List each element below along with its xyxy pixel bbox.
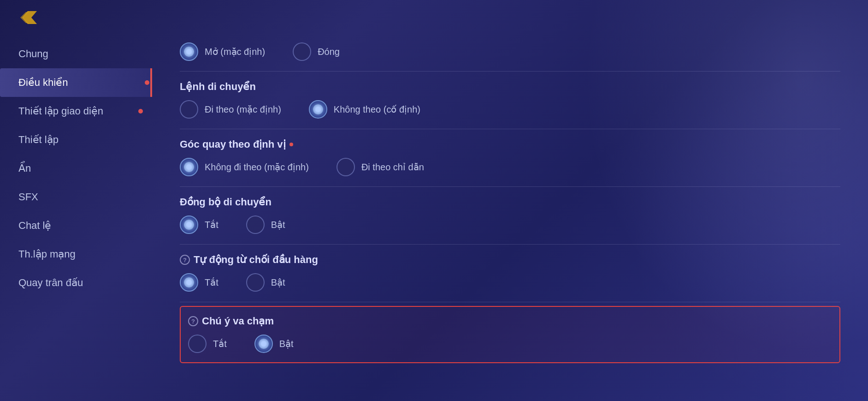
section-title-text: Tự động từ chối đầu hàng [194,254,318,266]
radio-btn[interactable] [254,335,273,353]
setting-section-mo-dong: Mở (mặc định)Đóng [180,40,840,67]
logo-icon [18,8,41,27]
radio-group-chu-y-va-cham: TắtBật [188,332,832,359]
radio-option-tu-dong-tu-choi-1[interactable]: Bật [246,273,285,292]
sidebar-item-an[interactable]: Ẩn [0,154,152,183]
radio-label: Đóng [318,47,340,57]
help-icon[interactable]: ? [180,255,190,265]
radio-option-chu-y-va-cham-1[interactable]: Bật [254,335,294,353]
setting-section-chu-y-va-cham: ?Chú ý va chạmTắtBật [180,306,840,363]
radio-label: Bật [279,338,294,349]
radio-label: Mở (mặc định) [205,46,265,57]
section-title-text: Chú ý va chạm [202,315,274,327]
radio-option-chu-y-va-cham-0[interactable]: Tắt [188,335,227,353]
radio-option-tu-dong-tu-choi-0[interactable]: Tắt [180,273,218,292]
radio-option-mo-dong-0[interactable]: Mở (mặc định) [180,42,265,61]
divider [180,71,840,72]
radio-btn[interactable] [293,42,311,61]
radio-option-lenh-di-chuyen-0[interactable]: Đi theo (mặc định) [180,100,281,119]
radio-label: Đi theo chỉ dẫn [361,162,424,173]
radio-label: Bật [271,219,285,230]
radio-btn[interactable] [180,42,198,61]
radio-btn[interactable] [188,335,207,353]
setting-section-tu-dong-tu-choi: ?Tự động từ chối đầu hàngTắtBật [180,248,840,298]
radio-option-lenh-di-chuyen-1[interactable]: Không theo (cố định) [309,100,420,119]
radio-group-tu-dong-tu-choi: TắtBật [180,270,840,298]
radio-option-dong-bo-di-chuyen-0[interactable]: Tắt [180,215,218,234]
active-indicator [145,80,149,85]
radio-label: Bật [271,277,285,288]
divider [180,302,840,302]
radio-group-dong-bo-di-chuyen: TắtBật [180,213,840,240]
sidebar: ChungĐiều khiểnThiết lập giao diệnThiết … [0,35,152,401]
radio-label: Không theo (cố định) [334,104,420,115]
section-title-text: Góc quay theo định vị [180,138,286,150]
section-title-goc-quay: Góc quay theo định vị [180,133,840,155]
radio-btn[interactable] [180,158,198,176]
sidebar-item-sfx[interactable]: SFX [0,183,152,211]
radio-option-goc-quay-0[interactable]: Không đi theo (mặc định) [180,158,309,176]
section-title-tu-dong-tu-choi: ?Tự động từ chối đầu hàng [180,248,840,270]
required-dot [289,143,293,146]
radio-group-lenh-di-chuyen: Đi theo (mặc định)Không theo (cố định) [180,97,840,125]
setting-section-goc-quay: Góc quay theo định vịKhông đi theo (mặc … [180,133,840,183]
badge-dot [138,109,143,114]
radio-label: Tắt [213,338,227,349]
divider [180,244,840,245]
divider [180,129,840,129]
radio-btn[interactable] [309,100,327,119]
radio-option-mo-dong-1[interactable]: Đóng [293,42,340,61]
sidebar-item-dieu-khien[interactable]: Điều khiển [0,68,152,97]
section-title-text: Đồng bộ di chuyển [180,196,272,208]
radio-group-goc-quay: Không đi theo (mặc định)Đi theo chỉ dẫn [180,155,840,183]
main-layout: ChungĐiều khiểnThiết lập giao diệnThiết … [0,35,868,401]
setting-section-lenh-di-chuyen: Lệnh di chuyểnĐi theo (mặc định)Không th… [180,75,840,125]
radio-btn[interactable] [180,100,198,119]
section-title-text: Lệnh di chuyển [180,81,256,93]
sidebar-item-chat-le[interactable]: Chat lệ [0,211,152,240]
radio-btn[interactable] [246,215,265,234]
section-title-dong-bo-di-chuyen: Đồng bộ di chuyển [180,191,840,213]
sidebar-item-thiet-lap[interactable]: Thiết lập [0,126,152,154]
radio-label: Đi theo (mặc định) [205,104,281,115]
section-title-lenh-di-chuyen: Lệnh di chuyển [180,75,840,97]
radio-label: Không đi theo (mặc định) [205,162,309,173]
radio-group-mo-dong: Mở (mặc định)Đóng [180,40,840,67]
radio-label: Tắt [205,219,218,230]
help-icon[interactable]: ? [188,316,198,326]
app-container: ChungĐiều khiểnThiết lập giao diệnThiết … [0,0,868,401]
content-area: Mở (mặc định)ĐóngLệnh di chuyểnĐi theo (… [152,35,868,401]
radio-btn[interactable] [180,215,198,234]
setting-section-dong-bo-di-chuyen: Đồng bộ di chuyểnTắtBật [180,191,840,240]
radio-btn[interactable] [246,273,265,292]
radio-option-dong-bo-di-chuyen-1[interactable]: Bật [246,215,285,234]
sidebar-item-th-lap-mang[interactable]: Th.lập mạng [0,240,152,269]
sidebar-item-quay-tran-dau[interactable]: Quay trân đấu [0,269,152,297]
section-title-chu-y-va-cham: ?Chú ý va chạm [188,310,832,332]
sidebar-item-chung[interactable]: Chung [0,40,152,68]
radio-btn[interactable] [337,158,355,176]
sidebar-item-thiet-lap-giao-dien[interactable]: Thiết lập giao diện [0,97,152,126]
divider [180,186,840,187]
radio-label: Tắt [205,277,218,288]
header [0,0,868,35]
radio-btn[interactable] [180,273,198,292]
radio-option-goc-quay-1[interactable]: Đi theo chỉ dẫn [337,158,424,176]
